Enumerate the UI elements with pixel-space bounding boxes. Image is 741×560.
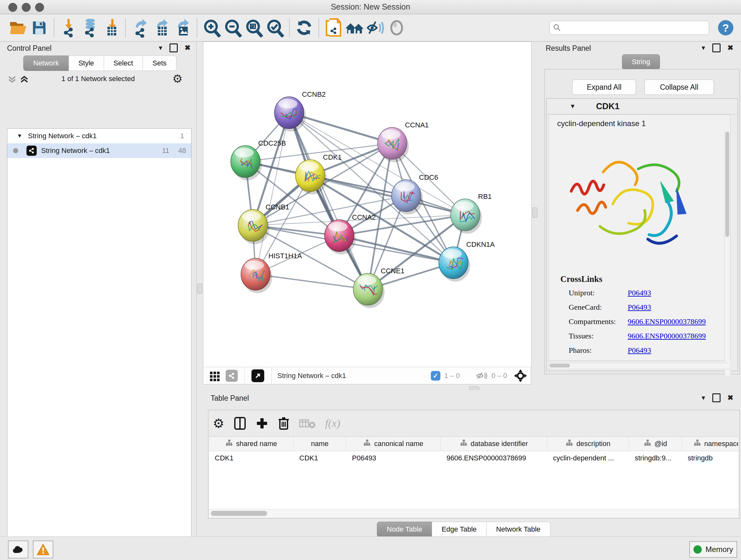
import-database-icon[interactable] bbox=[79, 17, 100, 38]
panel-close-icon[interactable]: ✖ bbox=[728, 44, 733, 52]
table-horizontal-scrollbar[interactable] bbox=[209, 509, 738, 517]
import-table-icon[interactable] bbox=[100, 17, 121, 38]
protein-node-rb1[interactable] bbox=[451, 199, 482, 234]
memory-button[interactable]: Memory bbox=[689, 541, 737, 558]
protein-node-cdc25b[interactable] bbox=[231, 145, 262, 180]
node-attribute-icon bbox=[363, 439, 371, 448]
tab-sets[interactable]: Sets bbox=[143, 56, 177, 71]
selected-checkbox-icon[interactable]: ✓ bbox=[431, 371, 441, 381]
control-panel-tabs: NetworkStyleSelectSets bbox=[23, 56, 177, 71]
panel-close-icon[interactable]: ✖ bbox=[728, 394, 733, 402]
column-header-namespace[interactable]: namespace bbox=[682, 437, 738, 451]
delete-column-icon[interactable] bbox=[278, 416, 289, 430]
panel-menu-icon[interactable]: ▾ bbox=[159, 44, 162, 52]
node-attribute-icon bbox=[565, 439, 573, 448]
column-header-description[interactable]: description bbox=[547, 437, 629, 451]
share-document-icon[interactable] bbox=[323, 17, 344, 38]
tab-select[interactable]: Select bbox=[104, 56, 143, 71]
tab-network[interactable]: Network bbox=[23, 56, 69, 71]
panel-menu-icon[interactable]: ▾ bbox=[702, 394, 705, 402]
tab-node-table[interactable]: Node Table bbox=[377, 522, 432, 537]
help-icon[interactable]: ? bbox=[718, 20, 733, 36]
crosslink-link[interactable]: P06493 bbox=[628, 303, 651, 312]
export-network-icon[interactable] bbox=[130, 17, 151, 38]
protein-node-ccnb2[interactable] bbox=[274, 97, 306, 132]
export-image-icon[interactable] bbox=[172, 17, 193, 38]
panel-float-icon[interactable] bbox=[170, 44, 178, 52]
network-tree-root-row[interactable]: ▼ String Network – cdk1 1 bbox=[7, 129, 191, 143]
column-header-label: canonical name bbox=[374, 440, 423, 448]
gear-icon[interactable]: ⚙ bbox=[172, 72, 183, 85]
protein-node-ccna1[interactable] bbox=[378, 127, 409, 162]
control-panel-title: Control Panel bbox=[7, 44, 51, 53]
home-icon[interactable] bbox=[344, 17, 365, 38]
column-header-id[interactable]: @id bbox=[629, 437, 682, 451]
zoom-out-icon[interactable] bbox=[222, 17, 243, 38]
open-in-window-icon[interactable] bbox=[252, 369, 264, 382]
column-header-canonicalname[interactable]: canonical name bbox=[346, 437, 441, 451]
panel-menu-icon[interactable]: ▾ bbox=[702, 44, 705, 52]
protein-node-cdk1[interactable] bbox=[295, 160, 327, 194]
table-row[interactable]: CDK1CDK1P064939606.ENSP00000378699cyclin… bbox=[209, 451, 738, 465]
panel-float-icon[interactable] bbox=[712, 44, 721, 52]
column-header-sharedname[interactable]: shared name bbox=[209, 437, 293, 451]
collapse-all-button[interactable]: Collapse All bbox=[644, 79, 714, 95]
tab-network-table[interactable]: Network Table bbox=[486, 522, 550, 537]
tab-style[interactable]: Style bbox=[69, 56, 104, 71]
search-input[interactable] bbox=[561, 23, 705, 32]
left-splitter-handle[interactable] bbox=[197, 284, 202, 294]
birdseye-share-icon[interactable] bbox=[226, 370, 238, 382]
show-columns-icon[interactable] bbox=[234, 417, 246, 430]
export-table-icon[interactable] bbox=[151, 17, 172, 38]
right-splitter-handle[interactable] bbox=[532, 207, 537, 218]
cloud-icon bbox=[12, 545, 24, 554]
network-view-canvas[interactable]: CCNB2CCNA1CDC25BCDK1CDC6RB1CCNB1CCNA2CDK… bbox=[203, 42, 532, 367]
column-header-name[interactable]: name bbox=[293, 437, 346, 451]
section-collapse-icon[interactable]: ▼ bbox=[569, 103, 576, 110]
protein-node-hist1h1a[interactable] bbox=[241, 258, 272, 293]
panel-float-icon[interactable] bbox=[712, 393, 721, 402]
network-graph[interactable]: CCNB2CCNA1CDC25BCDK1CDC6RB1CCNB1CCNA2CDK… bbox=[203, 42, 531, 367]
table-panel-title: Table Panel bbox=[211, 394, 249, 402]
crosslink-row: Tissues:9606.ENSP00000378699 bbox=[569, 332, 722, 340]
hide-details-icon[interactable] bbox=[365, 17, 386, 38]
control-panel: Control Panel ▾ ✖ NetworkStyleSelectSets… bbox=[0, 42, 197, 537]
column-header-databaseidentifier[interactable]: database identifier bbox=[441, 437, 547, 451]
save-session-icon[interactable] bbox=[29, 17, 50, 38]
column-header-label: description bbox=[576, 440, 610, 448]
crosslink-link[interactable]: P06493 bbox=[628, 289, 651, 297]
protein-node-ccna2[interactable] bbox=[325, 220, 356, 254]
tab-edge-table[interactable]: Edge Table bbox=[432, 522, 487, 537]
show-eye-icon[interactable] bbox=[386, 17, 407, 38]
zoom-selected-icon[interactable] bbox=[264, 17, 285, 38]
crosslink-link[interactable]: 9606.ENSP00000378699 bbox=[628, 332, 706, 340]
zoom-fit-icon[interactable] bbox=[243, 17, 264, 38]
add-column-icon[interactable] bbox=[256, 417, 268, 430]
network-tree-child-row[interactable]: String Network – cdk1 11 48 bbox=[7, 143, 191, 158]
protein-section-header[interactable]: ▼ CDK1 bbox=[547, 99, 738, 114]
results-vertical-scrollbar[interactable] bbox=[724, 130, 730, 376]
cloud-button[interactable] bbox=[8, 541, 28, 558]
crosslink-link[interactable]: 9606.ENSP00000378699 bbox=[628, 317, 706, 326]
tree-expander-icon[interactable]: ▼ bbox=[17, 133, 22, 139]
column-header-label: @id bbox=[655, 440, 667, 448]
refresh-icon[interactable] bbox=[293, 17, 315, 38]
open-session-icon[interactable] bbox=[8, 17, 29, 38]
tab-string[interactable]: String bbox=[622, 54, 660, 70]
toolbar-separator bbox=[125, 18, 126, 37]
protein-node-ccne1[interactable] bbox=[353, 273, 385, 308]
node-label-hist1h1a: HIST1H1A bbox=[268, 252, 302, 260]
fit-crosshair-icon[interactable] bbox=[514, 369, 528, 383]
expand-all-button[interactable]: Expand All bbox=[572, 79, 636, 95]
toolbar-buttons bbox=[8, 17, 407, 38]
crosslink-link[interactable]: P06493 bbox=[628, 346, 651, 355]
table-settings-gear-icon[interactable]: ⚙ bbox=[213, 416, 224, 431]
warning-button[interactable] bbox=[33, 541, 53, 558]
zoom-in-icon[interactable] bbox=[201, 17, 222, 38]
import-network-icon[interactable] bbox=[58, 17, 79, 38]
results-horizontal-scrollbar[interactable] bbox=[549, 363, 731, 369]
protein-node-cdc6[interactable] bbox=[392, 180, 423, 214]
panel-close-icon[interactable]: ✖ bbox=[185, 44, 191, 52]
protein-node-cdkn1a[interactable] bbox=[439, 247, 470, 282]
grid-view-icon[interactable] bbox=[209, 370, 220, 381]
